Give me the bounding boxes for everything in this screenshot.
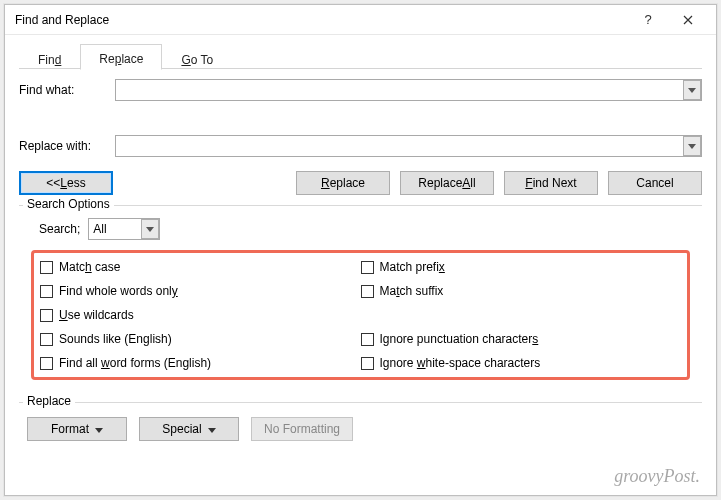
match-case-checkbox[interactable]: Match case xyxy=(40,257,361,277)
checkbox-icon xyxy=(361,285,374,298)
word-forms-checkbox[interactable]: Find all word forms (English) xyxy=(40,353,361,373)
search-options-group: Search Options Search; Match case xyxy=(19,205,702,392)
caret-down-icon xyxy=(95,422,103,436)
replace-format-group: Replace Format Special No Formatting xyxy=(19,402,702,441)
cancel-button[interactable]: Cancel xyxy=(608,171,702,195)
find-what-dropdown[interactable] xyxy=(683,80,701,100)
replace-legend: Replace xyxy=(23,394,75,408)
caret-down-icon xyxy=(208,422,216,436)
whole-words-checkbox[interactable]: Find whole words only xyxy=(40,281,361,301)
checkbox-icon xyxy=(40,333,53,346)
match-suffix-checkbox[interactable]: Match suffix xyxy=(361,281,682,301)
replace-with-dropdown[interactable] xyxy=(683,136,701,156)
less-u: L xyxy=(60,176,67,190)
search-direction-dropdown[interactable] xyxy=(141,219,159,239)
watermark: groovyPost. xyxy=(614,466,700,487)
checkbox-icon xyxy=(361,333,374,346)
less-tail: ess xyxy=(67,176,86,190)
replace-with-row: Replace with: xyxy=(19,135,702,157)
search-direction-label: Search; xyxy=(39,222,80,236)
less-lead: << xyxy=(46,176,60,190)
tab-replace[interactable]: Replace xyxy=(80,44,162,70)
action-buttons: << Less Replace Replace All Find Next Ca… xyxy=(19,171,702,195)
match-prefix-checkbox[interactable]: Match prefix xyxy=(361,257,682,277)
ignore-whitespace-checkbox[interactable]: Ignore white-space characters xyxy=(361,353,682,373)
help-button[interactable]: ? xyxy=(628,6,668,34)
search-options-legend: Search Options xyxy=(23,197,114,211)
format-button[interactable]: Format xyxy=(27,417,127,441)
replace-with-label: Replace with: xyxy=(19,139,115,153)
tab-goto[interactable]: Go To xyxy=(162,44,232,70)
checkbox-icon xyxy=(361,357,374,370)
checkbox-icon xyxy=(40,285,53,298)
no-formatting-button: No Formatting xyxy=(251,417,353,441)
checkbox-icon xyxy=(361,261,374,274)
tab-strip: Find Replace Go To xyxy=(19,43,702,69)
checkbox-icon xyxy=(40,261,53,274)
tab-find[interactable]: Find xyxy=(19,44,80,70)
window-title: Find and Replace xyxy=(15,13,628,27)
replace-button[interactable]: Replace xyxy=(296,171,390,195)
find-what-label: Find what: xyxy=(19,83,115,97)
special-button[interactable]: Special xyxy=(139,417,239,441)
ignore-punctuation-checkbox[interactable]: Ignore punctuation characters xyxy=(361,329,682,349)
sounds-like-checkbox[interactable]: Sounds like (English) xyxy=(40,329,361,349)
client-area: Find Replace Go To Find what: Replace wi… xyxy=(5,35,716,451)
use-wildcards-checkbox[interactable]: Use wildcards xyxy=(40,305,361,325)
replace-with-input[interactable] xyxy=(115,135,702,157)
find-next-button[interactable]: Find Next xyxy=(504,171,598,195)
options-highlight-box: Match case Find whole words only Use wil… xyxy=(31,250,690,380)
find-what-row: Find what: xyxy=(19,79,702,101)
replace-all-button[interactable]: Replace All xyxy=(400,171,494,195)
close-button[interactable] xyxy=(668,6,708,34)
less-button[interactable]: << Less xyxy=(19,171,113,195)
checkbox-icon xyxy=(40,309,53,322)
titlebar: Find and Replace ? xyxy=(5,5,716,35)
find-replace-dialog: Find and Replace ? Find Replace Go To Fi… xyxy=(4,4,717,496)
find-what-input[interactable] xyxy=(115,79,702,101)
checkbox-icon xyxy=(40,357,53,370)
